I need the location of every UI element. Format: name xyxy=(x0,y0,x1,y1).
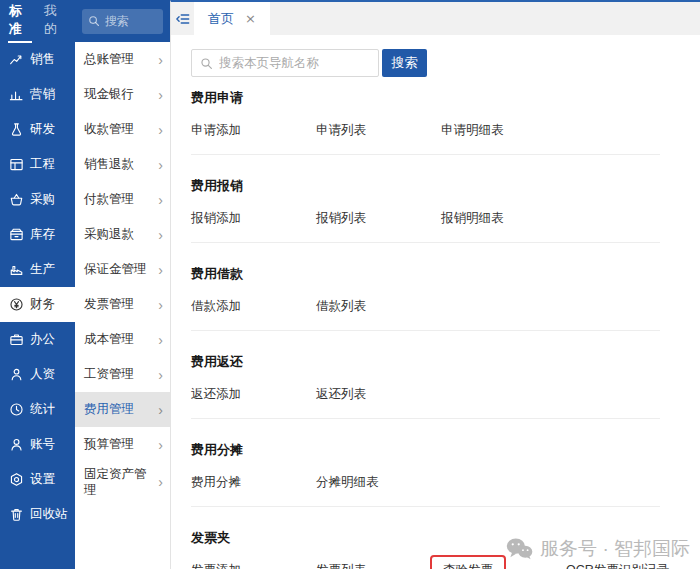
flask-icon xyxy=(9,122,24,137)
nav-link[interactable]: OCR发票识别记录 xyxy=(566,562,669,569)
nav-link[interactable]: 申请添加 xyxy=(191,122,241,139)
section: 费用返还返还添加返还列表 xyxy=(191,353,700,419)
nav-link[interactable]: 报销添加 xyxy=(191,210,241,227)
primary-sidebar: 标准 我的 销售营销研发工程采购库存生产财务办公人资统计账号设置回收站 xyxy=(0,0,75,569)
submenu-item[interactable]: 保证金管理› xyxy=(75,252,170,287)
submenu-item-label: 付款管理 xyxy=(84,191,158,207)
sidebar-search[interactable] xyxy=(82,9,163,34)
nav-link[interactable]: 费用分摊 xyxy=(191,474,241,491)
sidebar-item-settings[interactable]: 设置 xyxy=(0,462,75,497)
gear-icon xyxy=(9,472,24,487)
section-links: 返还添加返还列表 xyxy=(191,386,700,403)
submenu-item[interactable]: 总账管理› xyxy=(75,42,170,77)
submenu-item-label: 总账管理 xyxy=(84,51,158,67)
section-title: 发票夹 xyxy=(191,529,700,547)
sidebar-item-account[interactable]: 账号 xyxy=(0,427,75,462)
submenu-item-label: 费用管理 xyxy=(84,401,158,417)
section-divider xyxy=(191,242,660,243)
nav-link[interactable]: 发票列表 xyxy=(316,562,366,569)
search-icon xyxy=(88,15,100,27)
sidebar-item-label: 工程 xyxy=(30,156,55,173)
close-tab-icon[interactable]: × xyxy=(245,11,256,26)
nav-link[interactable]: 借款添加 xyxy=(191,298,241,315)
nav-link[interactable]: 返还添加 xyxy=(191,386,241,403)
sidebar-item-procurement[interactable]: 采购 xyxy=(0,182,75,217)
submenu-item[interactable]: 费用管理› xyxy=(75,392,170,427)
person-icon xyxy=(9,367,24,382)
submenu-item[interactable]: 成本管理› xyxy=(75,322,170,357)
page-search-input[interactable] xyxy=(219,56,380,70)
nav-link[interactable]: 返还列表 xyxy=(316,386,366,403)
tab-mine[interactable]: 我的 xyxy=(43,0,67,43)
sidebar-item-inventory[interactable]: 库存 xyxy=(0,217,75,252)
section-divider xyxy=(191,330,660,331)
tab-home[interactable]: 首页 × xyxy=(194,2,270,35)
sidebar-item-label: 人资 xyxy=(30,366,55,383)
sidebar-item-marketing[interactable]: 营销 xyxy=(0,77,75,112)
sidebar-item-label: 采购 xyxy=(30,191,55,208)
sidebar-item-recycle[interactable]: 回收站 xyxy=(0,497,75,532)
sidebar-item-label: 财务 xyxy=(30,296,55,313)
section-title: 费用分摊 xyxy=(191,441,700,459)
chevron-right-icon: › xyxy=(158,228,163,242)
page-content: 搜索 费用申请申请添加申请列表申请明细表费用报销报销添加报销列表报销明细表费用借… xyxy=(171,35,700,569)
section-links: 借款添加借款列表 xyxy=(191,298,700,315)
submenu-item[interactable]: 付款管理› xyxy=(75,182,170,217)
sidebar-item-label: 统计 xyxy=(30,401,55,418)
submenu-item[interactable]: 现金银行› xyxy=(75,77,170,112)
nav-link[interactable]: 申请列表 xyxy=(316,122,366,139)
primary-sidebar-nav: 销售营销研发工程采购库存生产财务办公人资统计账号设置回收站 xyxy=(0,42,75,532)
submenu-item-label: 销售退款 xyxy=(84,156,158,172)
submenu-item[interactable]: 预算管理› xyxy=(75,427,170,462)
section: 费用分摊费用分摊分摊明细表 xyxy=(191,441,700,507)
main-area: 首页 × 搜索 费用申请申请添加申请列表申请明细表费用报销报销添加报销列表报销明… xyxy=(170,0,700,569)
factory-icon xyxy=(9,262,24,277)
section-title: 费用借款 xyxy=(191,265,700,283)
search-button[interactable]: 搜索 xyxy=(382,49,427,77)
submenu-item[interactable]: 发票管理› xyxy=(75,287,170,322)
section-divider xyxy=(191,418,660,419)
briefcase-icon xyxy=(9,332,24,347)
sidebar-item-statistics[interactable]: 统计 xyxy=(0,392,75,427)
submenu-item[interactable]: 工资管理› xyxy=(75,357,170,392)
nav-link[interactable]: 分摊明细表 xyxy=(316,474,379,491)
submenu-item-label: 收款管理 xyxy=(84,121,158,137)
tab-standard[interactable]: 标准 xyxy=(8,0,32,43)
nav-link-highlighted[interactable]: 查验发票 xyxy=(430,555,506,569)
section-links: 费用分摊分摊明细表 xyxy=(191,474,700,491)
sidebar-item-sales[interactable]: 销售 xyxy=(0,42,75,77)
sidebar-item-production[interactable]: 生产 xyxy=(0,252,75,287)
section-links: 发票添加发票列表查验发票OCR发票识别记录发票查验记录 xyxy=(191,562,700,569)
box-icon xyxy=(9,227,24,242)
nav-link[interactable]: 报销明细表 xyxy=(441,210,504,227)
chevron-right-icon: › xyxy=(158,475,163,489)
page-search-field[interactable] xyxy=(191,49,379,77)
sidebar-item-label: 营销 xyxy=(30,86,55,103)
sidebar-item-label: 研发 xyxy=(30,121,55,138)
sidebar-item-office[interactable]: 办公 xyxy=(0,322,75,357)
nav-link[interactable]: 借款列表 xyxy=(316,298,366,315)
page-search-row: 搜索 xyxy=(191,49,700,77)
chevron-right-icon: › xyxy=(158,298,163,312)
submenu-item[interactable]: 销售退款› xyxy=(75,147,170,182)
sidebar-item-rnd[interactable]: 研发 xyxy=(0,112,75,147)
chevron-right-icon: › xyxy=(158,438,163,452)
nav-link[interactable]: 发票添加 xyxy=(191,562,241,569)
sidebar-item-hr[interactable]: 人资 xyxy=(0,357,75,392)
submenu-list: 总账管理›现金银行›收款管理›销售退款›付款管理›采购退款›保证金管理›发票管理… xyxy=(75,42,170,569)
sidebar-search-input[interactable] xyxy=(105,14,157,28)
sidebar-item-engineering[interactable]: 工程 xyxy=(0,147,75,182)
section-divider xyxy=(191,506,660,507)
nav-link[interactable]: 申请明细表 xyxy=(441,122,504,139)
sidebar-item-finance[interactable]: 财务 xyxy=(0,287,75,322)
app-window: 标准 我的 销售营销研发工程采购库存生产财务办公人资统计账号设置回收站 总账管理… xyxy=(0,0,700,569)
collapse-sidebar-icon[interactable] xyxy=(171,2,194,35)
submenu-item[interactable]: 收款管理› xyxy=(75,112,170,147)
submenu-item[interactable]: 采购退款› xyxy=(75,217,170,252)
submenu-item[interactable]: 固定资产管理› xyxy=(75,462,170,503)
sidebar-item-label: 办公 xyxy=(30,331,55,348)
sections-container: 费用申请申请添加申请列表申请明细表费用报销报销添加报销列表报销明细表费用借款借款… xyxy=(191,89,700,569)
chevron-right-icon: › xyxy=(158,368,163,382)
chevron-right-icon: › xyxy=(158,333,163,347)
nav-link[interactable]: 报销列表 xyxy=(316,210,366,227)
